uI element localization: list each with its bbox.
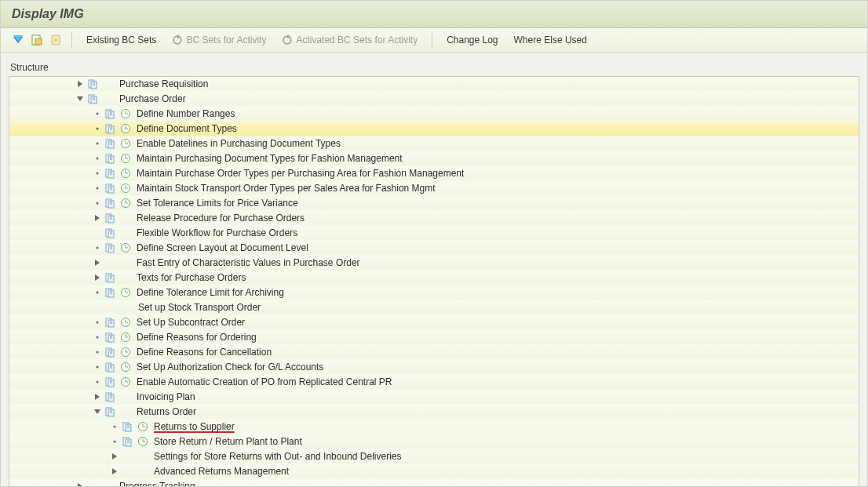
tree-node-label[interactable]: Define Reasons for Cancellation: [135, 345, 272, 359]
tree-row[interactable]: Define Reasons for Cancellation: [9, 345, 859, 360]
img-tree[interactable]: Purchase RequisitionPurchase OrderDefine…: [9, 77, 859, 487]
tree-node-label[interactable]: Flexible Workflow for Purchase Orders: [135, 226, 297, 240]
expand-icon[interactable]: [110, 467, 119, 476]
tree-node-label[interactable]: Settings for Store Returns with Out- and…: [152, 449, 402, 463]
img-activity-doc-icon[interactable]: [104, 405, 116, 418]
tree-row[interactable]: Enable Automatic Creation of PO from Rep…: [9, 375, 859, 390]
tree-node-label[interactable]: Invoicing Plan: [135, 390, 195, 404]
expand-icon[interactable]: [110, 452, 119, 461]
tree-node-label[interactable]: Release Procedure for Purchase Orders: [135, 211, 305, 225]
tree-row[interactable]: Set Up Subcontract Order: [9, 315, 859, 330]
tree-row[interactable]: Set up Stock Transport Order: [9, 300, 859, 315]
tree-row[interactable]: Purchase Order: [9, 92, 859, 107]
collapse-icon[interactable]: [75, 94, 85, 104]
img-activity-execute-icon[interactable]: [119, 316, 132, 329]
tree-node-label[interactable]: Define Tolerance Limit for Archiving: [135, 285, 284, 300]
tree-row[interactable]: Advanced Returns Management: [9, 464, 859, 479]
img-activity-execute-icon[interactable]: [119, 197, 132, 209]
tree-row[interactable]: Fast Entry of Characteristic Values in P…: [9, 256, 859, 271]
img-activity-doc-icon[interactable]: [104, 391, 116, 403]
tree-row[interactable]: Flexible Workflow for Purchase Orders: [9, 226, 859, 241]
img-activity-execute-icon[interactable]: [119, 152, 132, 165]
tree-row[interactable]: Returns to Supplier: [9, 420, 859, 434]
img-activity-doc-icon[interactable]: [104, 107, 116, 120]
img-activity-doc-icon[interactable]: [104, 361, 116, 373]
img-activity-execute-icon[interactable]: [119, 331, 132, 343]
img-activity-doc-icon[interactable]: [104, 167, 116, 180]
where-else-used-button[interactable]: Where Else Used: [508, 31, 593, 49]
tree-node-label[interactable]: Purchase Order: [118, 92, 186, 106]
tree-row[interactable]: Set Tolerance Limits for Price Variance: [9, 196, 859, 211]
img-activity-doc-icon[interactable]: [121, 435, 133, 448]
tree-row[interactable]: Purchase Requisition: [9, 77, 859, 92]
tree-node-label[interactable]: Define Document Types: [135, 122, 237, 136]
img-activity-doc-icon[interactable]: [104, 271, 116, 284]
tree-row[interactable]: Define Reasons for Ordering: [9, 330, 859, 345]
img-activity-doc-icon[interactable]: [104, 316, 116, 329]
tree-node-label[interactable]: Maintain Stock Transport Order Types per…: [135, 181, 436, 195]
tree-node-label[interactable]: Define Number Ranges: [135, 107, 235, 121]
expand-icon[interactable]: [93, 213, 102, 223]
img-activity-doc-icon[interactable]: [104, 197, 116, 209]
tree-row[interactable]: Enable Datelines in Purchasing Document …: [9, 136, 859, 151]
tree-row[interactable]: Maintain Purchasing Document Types for F…: [9, 151, 859, 166]
tree-row[interactable]: Returns Order: [9, 405, 859, 420]
activated-bc-sets-for-activity-button[interactable]: Activated BC Sets for Activity: [275, 31, 424, 49]
tree-row[interactable]: Progress Tracking: [9, 479, 859, 487]
tree-node-label[interactable]: Returns to Supplier: [152, 420, 235, 434]
img-activity-execute-icon[interactable]: [119, 107, 132, 120]
tree-node-label[interactable]: Returns Order: [135, 405, 196, 419]
img-activity-doc-icon[interactable]: [104, 227, 116, 239]
tree-row[interactable]: Maintain Stock Transport Order Types per…: [9, 181, 859, 196]
expand-all-icon[interactable]: [10, 32, 26, 48]
tree-node-label[interactable]: Define Screen Layout at Document Level: [135, 241, 308, 255]
expand-icon[interactable]: [93, 273, 102, 282]
tree-row[interactable]: Settings for Store Returns with Out- and…: [9, 449, 859, 464]
img-activity-doc-icon[interactable]: [86, 78, 99, 90]
execute-icon[interactable]: [29, 32, 45, 48]
img-activity-doc-icon[interactable]: [104, 182, 116, 194]
expand-icon[interactable]: [93, 258, 102, 267]
tree-row[interactable]: Invoicing Plan: [9, 390, 859, 405]
img-activity-doc-icon[interactable]: [104, 242, 116, 254]
tree-node-label[interactable]: Enable Automatic Creation of PO from Rep…: [135, 375, 392, 389]
img-activity-execute-icon[interactable]: [137, 435, 149, 448]
img-activity-doc-icon[interactable]: [104, 376, 116, 388]
img-activity-execute-icon[interactable]: [119, 182, 132, 194]
tree-node-label[interactable]: Progress Tracking: [118, 479, 195, 487]
img-activity-execute-icon[interactable]: [119, 137, 132, 150]
tree-node-label[interactable]: Fast Entry of Characteristic Values in P…: [135, 256, 360, 270]
existing-bc-sets-button[interactable]: Existing BC Sets: [80, 31, 162, 49]
tree-row[interactable]: Set Up Authorization Check for G/L Accou…: [9, 360, 859, 375]
tree-row[interactable]: Define Screen Layout at Document Level: [9, 241, 859, 256]
img-activity-doc-icon[interactable]: [104, 122, 116, 135]
img-activity-execute-icon[interactable]: [137, 420, 149, 433]
tree-node-label[interactable]: Store Return / Return Plant to Plant: [152, 434, 302, 449]
expand-icon[interactable]: [75, 79, 85, 89]
tree-row[interactable]: Store Return / Return Plant to Plant: [9, 434, 859, 449]
img-activity-doc-icon[interactable]: [104, 346, 116, 358]
tree-node-label[interactable]: Set Tolerance Limits for Price Variance: [135, 196, 298, 210]
bc-sets-for-activity-button[interactable]: BC Sets for Activity: [166, 31, 272, 49]
tree-row[interactable]: Define Document Types: [9, 122, 859, 136]
expand-icon[interactable]: [93, 392, 102, 402]
tree-node-label[interactable]: Set up Stock Transport Order: [137, 300, 261, 314]
tree-node-label[interactable]: Set Up Authorization Check for G/L Accou…: [135, 360, 323, 374]
img-activity-doc-icon[interactable]: [104, 331, 116, 343]
tree-row[interactable]: Define Tolerance Limit for Archiving: [9, 285, 859, 300]
img-activity-execute-icon[interactable]: [119, 346, 132, 358]
img-activity-execute-icon[interactable]: [119, 122, 132, 135]
tree-row[interactable]: Define Number Ranges: [9, 107, 859, 122]
tree-node-label[interactable]: Purchase Requisition: [118, 77, 208, 91]
img-activity-doc-icon[interactable]: [104, 137, 116, 150]
img-activity-doc-icon[interactable]: [104, 212, 116, 224]
img-activity-doc-icon[interactable]: [121, 420, 133, 433]
tree-node-label[interactable]: Set Up Subcontract Order: [135, 315, 245, 329]
tree-node-label[interactable]: Enable Datelines in Purchasing Document …: [135, 136, 341, 151]
change-log-button[interactable]: Change Log: [440, 31, 504, 49]
collapse-icon[interactable]: [93, 407, 102, 416]
img-activity-execute-icon[interactable]: [119, 361, 132, 373]
expand-icon[interactable]: [75, 482, 85, 487]
img-activity-doc-icon[interactable]: [104, 152, 116, 165]
lock-icon[interactable]: [48, 32, 64, 48]
